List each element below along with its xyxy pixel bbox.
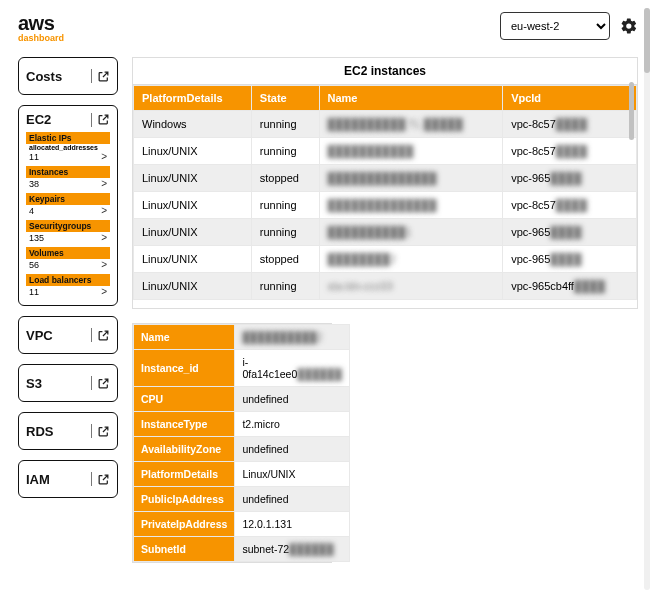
ec2-subitem[interactable]: Keypairs4> — [26, 193, 110, 218]
chevron-right-icon: > — [101, 286, 107, 297]
logo: aws dashboard — [18, 12, 64, 43]
column-header: PlatformDetails — [134, 86, 252, 111]
external-link-icon[interactable] — [91, 328, 110, 342]
ec2-subitem[interactable]: Volumes56> — [26, 247, 110, 272]
detail-row: PublicIpAddressundefined — [134, 487, 350, 512]
external-link-icon[interactable] — [91, 69, 110, 83]
detail-row: CPUundefined — [134, 387, 350, 412]
ec2-instances-table: EC2 instances PlatformDetailsStateNameVp… — [132, 57, 638, 309]
sidebar-item-rds[interactable]: RDS — [18, 412, 118, 450]
detail-row: AvailabilityZoneundefined — [134, 437, 350, 462]
gear-icon[interactable] — [620, 17, 638, 35]
sidebar-item-ec2[interactable]: EC2 Elastic IPsallocated_addresses11>Ins… — [18, 105, 118, 306]
instance-detail-table: Name██████████2Instance_idi-0fa14c1ee0██… — [132, 323, 332, 563]
detail-row: Instance_idi-0fa14c1ee0██████ — [134, 350, 350, 387]
table-row[interactable]: Linux/UNIXrunning██████████1vpc-965████ — [134, 219, 637, 246]
chevron-right-icon: > — [101, 232, 107, 243]
detail-row: PrivateIpAddress12.0.1.131 — [134, 512, 350, 537]
table-scrollbar[interactable] — [629, 82, 634, 140]
detail-row: InstanceTypet2.micro — [134, 412, 350, 437]
external-link-icon[interactable] — [91, 424, 110, 438]
column-header: State — [251, 86, 319, 111]
page-scrollbar-rail — [644, 8, 650, 590]
ec2-subitem[interactable]: Instances38> — [26, 166, 110, 191]
table-row[interactable]: Linux/UNIXrunning██████████████vpc-8c57█… — [134, 192, 637, 219]
ec2-subitem[interactable]: Securitygroups135> — [26, 220, 110, 245]
chevron-right-icon: > — [101, 259, 107, 270]
table-row[interactable]: Linux/UNIXrunningsta-ldn-ccc03vpc-965cb4… — [134, 273, 637, 300]
detail-row: SubnetIdsubnet-72██████ — [134, 537, 350, 562]
chevron-right-icon: > — [101, 151, 107, 162]
region-select[interactable]: eu-west-2 — [500, 12, 610, 40]
external-link-icon[interactable] — [91, 376, 110, 390]
table-row[interactable]: Windowsrunning██████████ TL █████vpc-8c5… — [134, 111, 637, 138]
column-header: VpcId — [503, 86, 637, 111]
sidebar-item-vpc[interactable]: VPC — [18, 316, 118, 354]
chevron-right-icon: > — [101, 205, 107, 216]
sidebar-item-iam[interactable]: IAM — [18, 460, 118, 498]
sidebar-item-s3[interactable]: S3 — [18, 364, 118, 402]
table-row[interactable]: Linux/UNIXrunning███████████vpc-8c57████ — [134, 138, 637, 165]
table-row[interactable]: Linux/UNIXstopped████████2vpc-965████ — [134, 246, 637, 273]
external-link-icon[interactable] — [91, 472, 110, 486]
page-scrollbar-thumb[interactable] — [644, 8, 650, 73]
external-link-icon[interactable] — [91, 113, 110, 127]
logo-subtitle: dashboard — [18, 33, 64, 43]
table-row[interactable]: Linux/UNIXstopped██████████████vpc-965██… — [134, 165, 637, 192]
sidebar-item-costs[interactable]: Costs — [18, 57, 118, 95]
logo-text: aws — [18, 12, 64, 35]
column-header: Name — [319, 86, 503, 111]
ec2-subitem[interactable]: Load balancers11> — [26, 274, 110, 299]
table-title: EC2 instances — [133, 58, 637, 85]
detail-row: Name██████████2 — [134, 325, 350, 350]
ec2-subitem[interactable]: Elastic IPsallocated_addresses11> — [26, 132, 110, 164]
chevron-right-icon: > — [101, 178, 107, 189]
detail-row: PlatformDetailsLinux/UNIX — [134, 462, 350, 487]
